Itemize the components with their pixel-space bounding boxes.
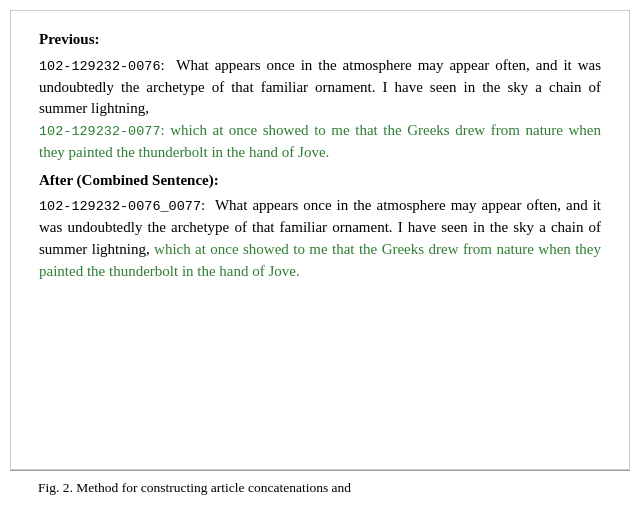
entry2-id: 102-129232-0077 (39, 124, 161, 139)
combined-paragraph: 102-129232-0076_0077: What appears once … (39, 195, 601, 282)
main-content: Previous: 102-129232-0076: What appears … (10, 10, 630, 470)
entry1-id: 102-129232-0076 (39, 59, 161, 74)
combined-colon: : (201, 197, 215, 213)
entry1-colon: : (161, 57, 177, 73)
entry2-colon: : (161, 122, 171, 138)
caption-text: Fig. 2. Method for constructing article … (38, 479, 602, 498)
page-container: Previous: 102-129232-0076: What appears … (0, 0, 640, 506)
after-label: After (Combined Sentence): (39, 172, 219, 188)
previous-section: Previous: (39, 29, 601, 51)
after-section: After (Combined Sentence): (39, 170, 601, 192)
entry1-paragraph: 102-129232-0076: What appears once in th… (39, 55, 601, 120)
caption-area: Fig. 2. Method for constructing article … (10, 470, 630, 506)
previous-label: Previous: (39, 31, 100, 47)
entry2-paragraph: 102-129232-0077: which at once showed to… (39, 120, 601, 164)
combined-id: 102-129232-0076_0077 (39, 199, 201, 214)
